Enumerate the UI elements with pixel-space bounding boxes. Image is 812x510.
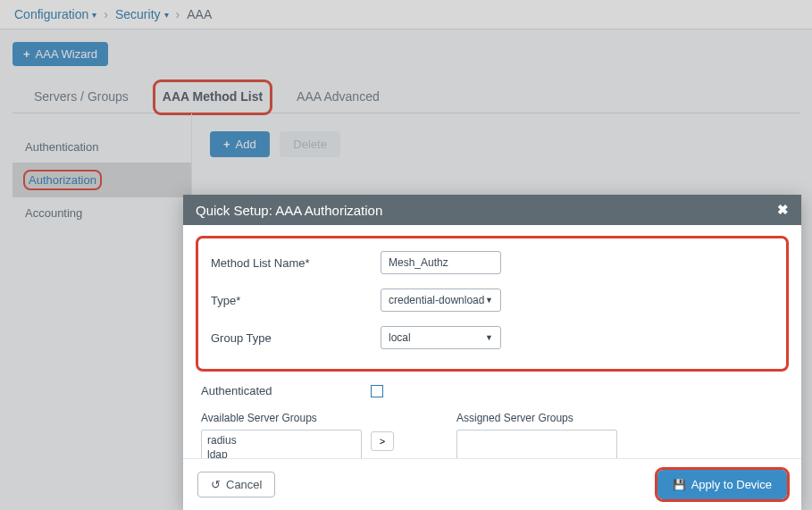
dual-listbox: Available Server Groups radiusldaptacacs… — [201, 412, 783, 458]
add-button[interactable]: Add — [210, 131, 270, 157]
chevron-down-icon: ▾ — [164, 10, 169, 20]
apply-to-device-button[interactable]: Apply to Device — [657, 470, 787, 499]
button-label: > — [380, 436, 385, 447]
button-label: AAA Wizard — [36, 47, 97, 61]
quick-setup-modal: Quick Setup: AAA Authorization Method Li… — [183, 195, 801, 510]
breadcrumb-current: AAA — [187, 7, 212, 21]
delete-button: Delete — [280, 131, 340, 157]
plus-icon — [223, 138, 230, 151]
available-label: Available Server Groups — [201, 412, 362, 424]
row-method-list-name: Method List Name* — [211, 251, 774, 274]
chevron-down-icon: ▼ — [485, 296, 493, 305]
row-group-type: Group Type local ▼ — [211, 326, 774, 349]
select-value: credential-download — [389, 294, 484, 306]
tab-aaa-method-list[interactable]: AAA Method List — [155, 82, 270, 113]
tab-label: Servers / Groups — [34, 89, 129, 104]
breadcrumb-separator: › — [176, 7, 180, 21]
button-label: Delete — [293, 138, 327, 151]
breadcrumb-security[interactable]: Security ▾ — [115, 7, 169, 21]
field-label: Group Type — [211, 331, 381, 345]
assigned-column: Assigned Server Groups — [456, 412, 617, 458]
list-item[interactable]: ldap — [202, 447, 361, 458]
plus-icon — [23, 47, 30, 61]
select-value: local — [389, 331, 411, 344]
close-icon[interactable] — [777, 202, 789, 218]
tab-label: AAA Method List — [163, 89, 263, 104]
nav-label: Authentication — [25, 140, 98, 154]
cancel-button[interactable]: Cancel — [197, 472, 275, 497]
row-type: Type* credential-download ▼ — [211, 288, 774, 312]
breadcrumb-link-label: Configuration — [14, 7, 88, 21]
move-right-button[interactable]: > — [371, 431, 394, 451]
breadcrumb: Configuration ▾ › Security ▾ › AAA — [0, 0, 812, 29]
modal-footer: Cancel Apply to Device — [183, 458, 801, 510]
modal-body: Method List Name* Type* credential-downl… — [183, 225, 801, 458]
assigned-server-groups-list[interactable] — [456, 430, 617, 458]
breadcrumb-configuration[interactable]: Configuration ▾ — [14, 7, 96, 21]
nav-accounting[interactable]: Accounting — [13, 197, 191, 229]
breadcrumb-link-label: Security — [115, 7, 161, 21]
type-select[interactable]: credential-download ▼ — [381, 288, 501, 312]
save-icon — [673, 478, 686, 491]
aaa-wizard-button[interactable]: AAA Wizard — [13, 42, 108, 66]
method-list-name-input[interactable] — [381, 251, 501, 274]
group-type-select[interactable]: local ▼ — [381, 326, 501, 349]
field-label: Authenticated — [201, 384, 371, 397]
nav-authentication[interactable]: Authentication — [13, 131, 191, 163]
available-server-groups-list[interactable]: radiusldaptacacs+ISE-GroupISE_grp_l2 — [201, 430, 362, 458]
assigned-label: Assigned Server Groups — [456, 412, 617, 424]
move-buttons: > < — [371, 431, 394, 458]
chevron-down-icon: ▼ — [485, 333, 493, 342]
left-nav: Authentication Authorization Accounting — [13, 113, 191, 381]
button-label: Add — [236, 138, 256, 151]
tab-bar: Servers / Groups AAA Method List AAA Adv… — [13, 82, 799, 113]
button-label: Apply to Device — [691, 478, 772, 491]
breadcrumb-separator: › — [104, 7, 108, 21]
tab-aaa-advanced[interactable]: AAA Advanced — [293, 82, 383, 113]
modal-header: Quick Setup: AAA Authorization — [183, 195, 801, 225]
tab-label: AAA Advanced — [297, 89, 380, 104]
nav-label: Authorization — [25, 171, 100, 188]
undo-icon — [211, 478, 221, 491]
available-column: Available Server Groups radiusldaptacacs… — [201, 412, 362, 458]
nav-authorization[interactable]: Authorization — [13, 163, 191, 197]
field-label: Method List Name* — [211, 256, 381, 270]
row-authenticated: Authenticated — [201, 384, 783, 397]
highlighted-form-group: Method List Name* Type* credential-downl… — [196, 236, 789, 372]
modal-title: Quick Setup: AAA Authorization — [196, 203, 382, 218]
chevron-down-icon: ▾ — [92, 10, 96, 20]
button-label: Cancel — [226, 478, 262, 491]
list-item[interactable]: radius — [202, 433, 361, 447]
authenticated-checkbox[interactable] — [371, 385, 383, 397]
tab-servers-groups[interactable]: Servers / Groups — [30, 82, 132, 113]
field-label: Type* — [211, 294, 381, 307]
nav-label: Accounting — [25, 206, 82, 220]
